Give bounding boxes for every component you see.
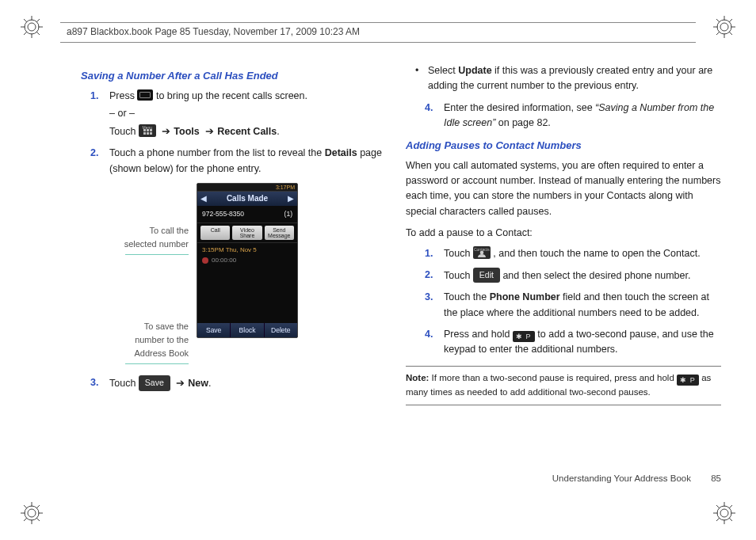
svg-rect-45	[150, 132, 152, 135]
svg-line-37	[729, 518, 732, 521]
footer-section: Understanding Your Address Book	[552, 473, 691, 483]
leader-line-icon	[125, 254, 189, 255]
svg-rect-43	[143, 132, 146, 135]
svg-line-28	[36, 505, 40, 508]
text: .	[277, 126, 279, 137]
text: Press and hold	[444, 329, 513, 340]
or-divider: – or –	[109, 106, 387, 121]
text: Touch a phone number from the list to re…	[109, 147, 325, 158]
text: to bring up the recent calls screen.	[156, 90, 307, 101]
svg-rect-40	[143, 129, 146, 131]
phone-figure: To call the selected number To save the …	[71, 183, 387, 364]
text: Press	[109, 90, 137, 101]
left-column: Saving a Number After a Call Has Ended 1…	[71, 63, 387, 477]
step-number: 1.	[90, 89, 103, 139]
phone-bottom-bar: Save Block Caller Delete	[197, 323, 297, 337]
right-column: • Select Update if this was a previously…	[406, 63, 721, 477]
svg-point-0	[28, 23, 36, 31]
svg-line-29	[24, 518, 27, 521]
content-columns: Saving a Number After a Call Has Ended 1…	[71, 63, 721, 477]
text-bold: Update	[458, 65, 491, 76]
svg-line-6	[24, 19, 27, 22]
edit-softkey-chip: Edit	[473, 268, 500, 283]
svg-point-46	[480, 250, 484, 254]
phone-screenshot: 3:17PM ◀ Calls Made ▶ 972-555-8350 (1) C…	[197, 183, 298, 338]
arrow-icon: ➔	[202, 126, 217, 137]
svg-line-19	[716, 32, 720, 35]
crop-mark-icon	[713, 16, 735, 38]
text: , and then touch the name to open the Co…	[493, 248, 700, 259]
menu-icon: Menu	[139, 124, 156, 137]
paragraph: When you call automated systems, you are…	[406, 158, 721, 220]
phone-number-row: 972-555-8350 (1)	[197, 206, 297, 223]
list-item: 1. Press to bring up the recent calls sc…	[90, 89, 387, 139]
call-duration: 00:00:00	[197, 256, 297, 268]
nav-left-icon: ◀	[197, 192, 210, 205]
svg-point-20	[28, 509, 36, 517]
step-number: 4.	[425, 101, 437, 131]
svg-line-39	[716, 518, 720, 521]
crop-mark-icon	[21, 16, 43, 38]
step-number: 3.	[425, 290, 437, 321]
text-bold: Details	[325, 147, 357, 158]
paragraph: To add a pause to a Contact:	[406, 226, 721, 241]
text: Touch	[109, 378, 139, 389]
text: Select	[428, 65, 458, 76]
svg-line-18	[729, 19, 732, 22]
section-title-pauses: Adding Pauses to Contact Numbers	[406, 138, 721, 154]
contacts-icon: Contacts	[473, 246, 491, 259]
page-footer: Understanding Your Address Book 85	[552, 473, 721, 483]
send-message-button: SendMessage	[265, 226, 294, 240]
nav-right-icon: ▶	[284, 192, 297, 205]
svg-line-26	[24, 505, 27, 508]
star-p-key-icon: ✱ P	[677, 375, 699, 386]
list-item: 2. Touch Edit and then select the desire…	[425, 268, 721, 283]
step-number: 1.	[425, 246, 437, 261]
text: .	[208, 378, 211, 389]
list-item: • Select Update if this was a previously…	[415, 63, 721, 94]
svg-rect-44	[147, 132, 149, 135]
phone-action-row: Call VideoShare SendMessage	[197, 223, 297, 243]
page-number: 85	[711, 473, 721, 483]
manual-page: a897 Blackbox.book Page 85 Tuesday, Nove…	[0, 0, 756, 540]
record-icon	[202, 257, 208, 264]
section-title-saving: Saving a Number After a Call Has Ended	[81, 68, 387, 84]
step-number: 2.	[90, 146, 103, 177]
text: Touch	[444, 270, 473, 281]
svg-point-10	[720, 23, 728, 31]
phone-screen-title: Calls Made	[210, 192, 284, 205]
phone-title-bar: ◀ Calls Made ▶	[197, 192, 297, 206]
text-bold: Tools	[174, 126, 199, 137]
phone-number: 972-555-8350	[202, 209, 244, 219]
callout-label: Address Book	[125, 347, 189, 360]
list-item: 4. Enter the desired information, see “S…	[425, 101, 721, 131]
crop-mark-icon	[21, 502, 43, 524]
video-share-button: VideoShare	[232, 226, 262, 240]
callout-label: number to the	[125, 333, 189, 347]
step-number: 2.	[425, 268, 437, 283]
list-item: 4. Press and hold ✱ P to add a two-secon…	[425, 327, 721, 358]
svg-line-17	[729, 32, 732, 35]
text: Enter the desired information, see	[444, 102, 595, 113]
text-bold: Phone Number	[490, 291, 560, 302]
list-item: 3. Touch the Phone Number field and then…	[425, 290, 721, 321]
text: on page 82.	[495, 117, 551, 128]
text: Touch the	[444, 291, 490, 302]
send-key-icon	[137, 89, 153, 101]
step-number: 3.	[90, 375, 103, 391]
page-header: a897 Blackbox.book Page 85 Tuesday, Nove…	[60, 22, 696, 43]
arrow-icon: ➔	[173, 378, 188, 389]
text: Touch	[109, 126, 139, 137]
svg-line-38	[729, 505, 732, 508]
svg-line-9	[24, 32, 27, 35]
text: Touch	[444, 248, 473, 259]
svg-line-27	[36, 518, 40, 521]
figure-callouts: To call the selected number To save the …	[71, 183, 197, 364]
svg-rect-42	[150, 129, 152, 131]
callout-label: selected number	[124, 238, 189, 251]
text-bold: New	[188, 378, 208, 389]
callout-label: To call the	[124, 224, 189, 238]
note-block: Note: If more than a two-second pause is…	[406, 367, 721, 405]
svg-line-8	[36, 19, 40, 22]
svg-line-7	[36, 32, 40, 35]
